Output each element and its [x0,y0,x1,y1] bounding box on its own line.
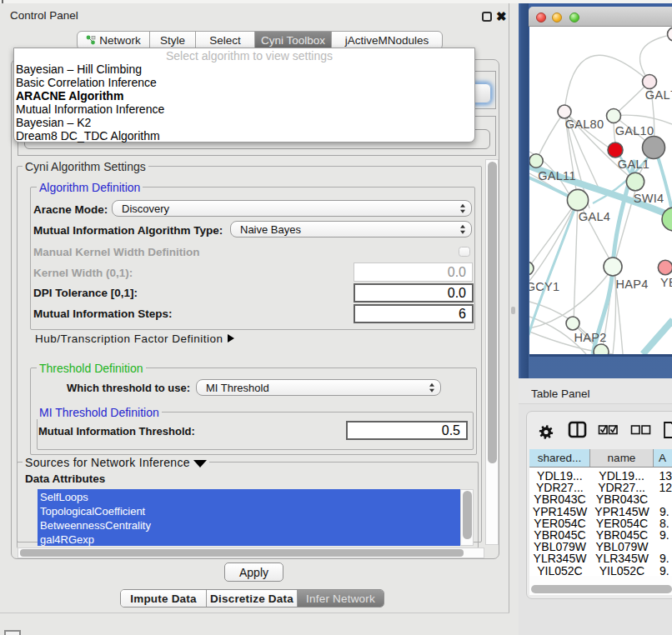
svg-text:GAL4: GAL4 [579,210,610,223]
svg-text:HAP4: HAP4 [615,278,648,291]
svg-text:GAL11: GAL11 [538,169,576,182]
svg-text:GAL7: GAL7 [645,88,672,102]
svg-text:GCY1: GCY1 [529,280,559,293]
svg-text:GAL1: GAL1 [618,158,649,171]
svg-text:GAL10: GAL10 [615,124,654,138]
svg-text:YB: YB [660,276,672,289]
svg-text:HAP2: HAP2 [574,331,606,344]
svg-text:GAL80: GAL80 [565,118,604,131]
svg-text:SWI4: SWI4 [634,192,664,205]
